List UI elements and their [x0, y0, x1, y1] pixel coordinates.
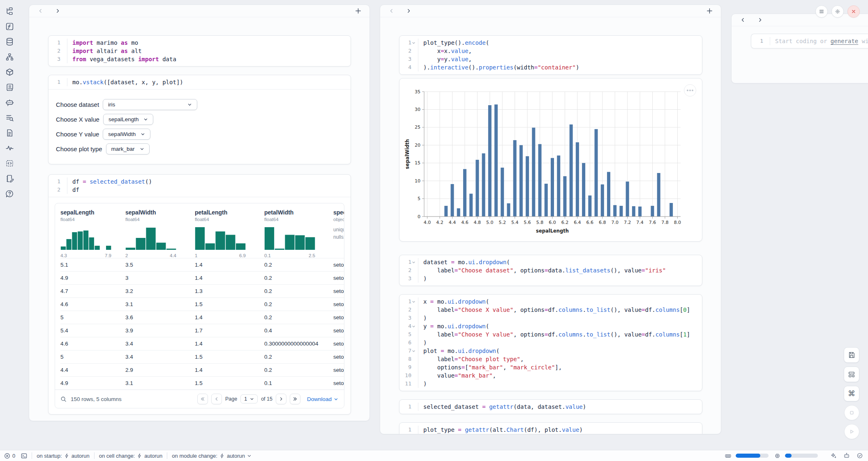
plot-cell-editor[interactable]: 1plot_type().encode(2 x=x.value,3 y=y.va…	[399, 36, 702, 74]
add-cell-button[interactable]	[705, 7, 713, 15]
table-cell: 3.4	[125, 350, 195, 363]
copilot-icon[interactable]	[843, 452, 850, 459]
column-dtype: float64	[60, 217, 118, 222]
ai-chat-icon[interactable]	[4, 96, 16, 108]
code-text: mo.vstack([dataset, x, y, plot])	[67, 78, 183, 86]
keyboard-shortcuts-icon[interactable]: ⌘	[844, 386, 859, 401]
column-back-button[interactable]	[739, 16, 746, 24]
bar	[444, 206, 448, 217]
search-icon[interactable]	[60, 396, 67, 402]
svg-text:5.4: 5.4	[511, 220, 519, 225]
download-button[interactable]: Download	[307, 396, 338, 402]
bar	[619, 206, 623, 217]
ai-sparkle-icon[interactable]	[830, 452, 837, 459]
chart-actions-menu-icon[interactable]	[684, 84, 696, 97]
bar	[626, 182, 629, 217]
bar-chart[interactable]: 4.04.24.44.64.85.05.25.45.65.86.06.26.46…	[404, 83, 698, 235]
line-number: 5	[404, 330, 411, 339]
table-cell: setosa	[333, 364, 344, 376]
chevron-down-icon	[187, 102, 192, 107]
empty-cell-editor[interactable]: 1 Start coding or generate with AI	[751, 34, 868, 48]
dataset-dropdown-cell-editor[interactable]: 1dataset = mo.ui.dropdown(2 label="Choos…	[399, 255, 702, 286]
table-cell: 0.2	[264, 350, 333, 363]
dependency-graph-icon[interactable]	[4, 51, 16, 63]
error-count-badge[interactable]: 0	[4, 453, 15, 459]
last-page-button[interactable]	[290, 394, 300, 404]
functions-icon[interactable]	[4, 20, 16, 32]
imports-cell-editor[interactable]: 1import marimo as mo2import altair as al…	[48, 36, 351, 66]
plot-type-cell-editor[interactable]: 1plot_type = getattr(alt.Chart(df), plot…	[399, 423, 702, 434]
dataframe-cell-editor[interactable]: 1df = selected_dataset()2df	[48, 175, 351, 197]
fold-spacer	[411, 341, 416, 345]
next-page-button[interactable]	[276, 394, 286, 404]
outline-icon[interactable]	[4, 111, 16, 124]
first-page-button[interactable]	[197, 394, 208, 404]
save-icon[interactable]	[844, 347, 859, 363]
chevron-down-icon	[140, 147, 144, 151]
line-number: 1	[756, 37, 763, 45]
packages-icon[interactable]	[4, 66, 16, 78]
run-config-on-startup[interactable]: on startup:autorun	[37, 453, 90, 459]
code-line: 11)	[404, 380, 696, 388]
column-back-button[interactable]	[37, 7, 44, 15]
close-icon[interactable]	[847, 5, 860, 18]
fold-spacer	[411, 268, 416, 273]
svg-text:4.4: 4.4	[449, 220, 456, 225]
line-number: 4	[404, 63, 411, 71]
bar	[494, 104, 498, 217]
logs-icon[interactable]	[4, 81, 16, 93]
table-cell: setosa	[333, 272, 344, 284]
database-icon[interactable]	[4, 35, 16, 48]
fold-chevron-icon[interactable]	[411, 300, 416, 304]
fold-spacer	[411, 357, 416, 362]
run-icon[interactable]	[844, 424, 859, 439]
fold-chevron-icon[interactable]	[411, 349, 416, 353]
add-cell-button[interactable]	[354, 7, 362, 15]
table-cell: 3.2	[125, 285, 195, 297]
run-config-on-module-change[interactable]: on module change:autorun	[172, 453, 252, 459]
code-text: plot_type = getattr(alt.Chart(df), plot.…	[418, 426, 583, 434]
xy-plot-dropdowns-cell-editor[interactable]: 1x = mo.ui.dropdown(2 label="Choose X va…	[399, 295, 702, 391]
scratchpad-icon[interactable]	[4, 157, 16, 169]
fold-chevron-icon[interactable]	[411, 260, 416, 265]
dropdown-select-y-value[interactable]: sepalWidth	[103, 129, 150, 140]
column-forward-button[interactable]	[756, 16, 764, 24]
documentation-icon[interactable]	[4, 172, 16, 184]
code-line: 3)	[404, 274, 696, 283]
fold-spacer	[411, 308, 416, 312]
file-tree-icon[interactable]	[4, 5, 16, 17]
line-number: 1	[53, 39, 60, 47]
hamburger-menu-icon[interactable]	[815, 5, 828, 18]
stop-icon[interactable]	[844, 405, 859, 420]
dropdown-select-dataset[interactable]: iris	[103, 99, 197, 110]
table-cell: 3	[125, 272, 195, 284]
page-number-select[interactable]: 1	[240, 394, 258, 403]
fold-chevron-icon[interactable]	[411, 41, 416, 45]
page-label: Page	[225, 396, 237, 402]
tracing-icon[interactable]	[4, 142, 16, 154]
gear-icon[interactable]	[831, 5, 844, 18]
fold-spacer	[60, 49, 65, 53]
terminal-icon[interactable]	[21, 453, 27, 459]
layout-grid-icon[interactable]	[844, 366, 859, 382]
fold-chevron-icon[interactable]	[411, 324, 416, 329]
column-histogram	[195, 226, 246, 250]
imports-cell: 1import marimo as mo2import altair as al…	[48, 35, 351, 67]
run-config-on-cell-change[interactable]: on cell change:autorun	[99, 453, 163, 459]
column-forward-button[interactable]	[54, 7, 61, 15]
column-forward-button[interactable]	[405, 7, 412, 15]
histogram-axis: 16.9	[195, 253, 246, 258]
vstack-cell-editor[interactable]: 1mo.vstack([dataset, x, y, plot])	[48, 75, 351, 89]
column-back-button[interactable]	[388, 7, 395, 15]
table-scroller: sepalLengthfloat644.37.9sepalWidthfloat6…	[55, 203, 344, 390]
connection-status-icon[interactable]	[856, 452, 863, 459]
table-column-header: sepalWidthfloat6424.4	[125, 209, 195, 258]
generate-with-ai-link[interactable]: generate	[831, 38, 858, 44]
dropdown-select-x-value[interactable]: sepalLength	[103, 114, 154, 125]
help-icon[interactable]	[4, 187, 16, 200]
previous-page-button[interactable]	[211, 394, 222, 404]
selected-dataset-cell-editor[interactable]: 1selected_dataset = getattr(data, datase…	[399, 400, 702, 414]
bar	[501, 168, 504, 217]
snippets-icon[interactable]	[4, 127, 16, 139]
dropdown-select-plot-type[interactable]: mark_bar	[106, 143, 150, 154]
